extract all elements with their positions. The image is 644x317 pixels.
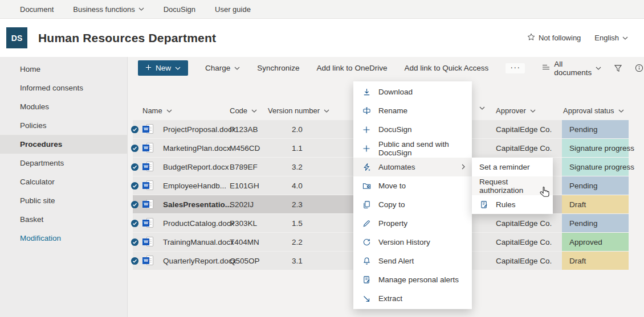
column-header-hidden[interactable] (475, 106, 485, 110)
more-commands-button[interactable]: ··· (506, 63, 525, 73)
file-code: B789EF (230, 158, 258, 176)
menu-item-move-to[interactable]: Move to (353, 176, 472, 195)
file-code: E101GH (230, 176, 259, 195)
rename-icon (362, 106, 371, 116)
bell-icon (362, 257, 371, 266)
submenu-item-request-authorization[interactable]: Request authorization (472, 176, 553, 195)
file-code: Q505OP (230, 252, 260, 270)
follow-button[interactable]: Not following (527, 33, 581, 43)
filter-icon[interactable] (614, 64, 622, 72)
approval-status-badge: Approved (562, 233, 629, 251)
view-selector[interactable]: All documents (542, 60, 601, 77)
menu-item-automates[interactable]: Automates (353, 158, 472, 176)
submenu-item-set-reminder[interactable]: Set a reminder (472, 158, 553, 176)
column-header-version-number[interactable]: Version number (268, 106, 329, 115)
file-code: M456CD (230, 139, 260, 157)
plus-icon (362, 125, 371, 134)
file-version: 4.0 (292, 176, 303, 195)
menu-item-copy-to[interactable]: Copy to (353, 195, 472, 214)
chevron-down-icon (596, 67, 601, 70)
menu-item-download[interactable]: Download (353, 83, 472, 101)
file-approver: CapitalEdge Co. (496, 252, 552, 270)
column-header-name[interactable]: Name (142, 106, 172, 115)
file-name: ProjectProposal.docx (163, 120, 236, 138)
menu-item-property[interactable]: Property (353, 214, 472, 233)
sidebar-item-policies[interactable]: Policies (0, 116, 127, 135)
file-version: 1.5 (292, 214, 303, 232)
word-file-icon: W (142, 176, 155, 195)
approval-status-badge: Signature progress (562, 158, 629, 176)
word-file-icon: W (142, 139, 155, 157)
approval-status-badge: Draft (562, 195, 629, 213)
approval-status-badge: Pending (562, 214, 629, 232)
sidebar-item-public-site[interactable]: Public site (0, 191, 127, 210)
copy-icon (362, 200, 371, 209)
selected-check-icon (131, 233, 142, 251)
file-code: P303KL (230, 214, 257, 232)
menu-item-extract[interactable]: Extract (353, 289, 472, 308)
sidebar-item-procedures[interactable]: Procedures (0, 135, 127, 154)
synchronize-button[interactable]: Synchronize (257, 64, 299, 72)
menu-item-manage-personal-alerts[interactable]: Manage personal alerts (353, 270, 472, 289)
main-content: New Charge Synchronize Add link to OneDr… (128, 57, 644, 317)
menu-item-public-send-docusign[interactable]: Public and send with DocuSign (353, 139, 472, 158)
file-version: 3.2 (292, 158, 303, 176)
submenu-arrow-icon (462, 163, 465, 171)
sidebar-item-basket[interactable]: Basket (0, 210, 127, 229)
file-approver: CapitalEdge Co. (496, 233, 552, 251)
manage-alerts-icon (362, 275, 371, 285)
sidebar-item-modification[interactable]: Modification (0, 229, 127, 248)
site-logo[interactable]: DS (6, 27, 27, 48)
site-header: DS Human Resources Department Not follow… (0, 19, 644, 57)
history-icon (362, 238, 371, 247)
menu-item-rename[interactable]: Rename (353, 101, 472, 120)
file-approver: CapitalEdge Co. (496, 120, 552, 138)
plus-icon (362, 144, 371, 153)
new-button[interactable]: New (138, 60, 188, 76)
file-approver: CapitalEdge Co. (496, 214, 552, 232)
add-link-onedrive-button[interactable]: Add link to OneDrive (317, 64, 388, 72)
nav-item-business-functions[interactable]: Business functions (73, 5, 144, 14)
sidebar-item-modules[interactable]: Modules (0, 97, 127, 116)
nav-item-docusign[interactable]: DocuSign (164, 5, 195, 14)
submenu-item-rules[interactable]: Rules (472, 195, 553, 214)
file-version: 2.3 (292, 195, 303, 213)
language-selector[interactable]: English (594, 34, 628, 42)
nav-item-document[interactable]: Document (20, 5, 54, 14)
star-icon (527, 33, 535, 43)
sidebar-item-calculator[interactable]: Calculator (0, 172, 127, 191)
column-header-approver[interactable]: Approver (496, 106, 536, 115)
word-file-icon: W (142, 158, 155, 176)
chevron-down-icon (175, 67, 181, 70)
sidebar: Home Informed consents Modules Policies … (0, 57, 128, 317)
file-version: 3.1 (292, 252, 303, 270)
file-version: 2.0 (292, 120, 303, 138)
approval-status-badge: Pending (562, 120, 629, 138)
sidebar-item-informed-consents[interactable]: Informed consents (0, 79, 127, 97)
column-header-code[interactable]: Code (230, 106, 257, 115)
column-header-approval-status[interactable]: Approval status (563, 106, 624, 115)
info-icon[interactable] (635, 64, 643, 72)
chevron-down-icon (234, 67, 240, 70)
rules-icon (479, 200, 488, 209)
context-menu: Download Rename DocuSign Public and send… (353, 81, 472, 309)
menu-item-docusign[interactable]: DocuSign (353, 120, 472, 139)
menu-item-send-alert[interactable]: Send Alert (353, 252, 472, 270)
add-link-quick-access-button[interactable]: Add link to Quick Access (404, 64, 488, 72)
top-navigation: Document Business functions DocuSign Use… (0, 0, 644, 19)
download-icon (362, 88, 371, 97)
sidebar-item-home[interactable]: Home (0, 60, 127, 79)
automates-submenu: Set a reminder Request authorization Rul… (472, 158, 553, 214)
file-name: BudgetReport.docx (163, 158, 229, 176)
menu-item-version-history[interactable]: Version History (353, 233, 472, 252)
file-name: EmployeeHandb... (163, 176, 226, 195)
move-folder-icon (362, 182, 371, 191)
sidebar-item-departments[interactable]: Departments (0, 154, 127, 172)
file-version: 2.2 (292, 233, 303, 251)
view-list-icon (542, 64, 550, 72)
nav-item-user-guide[interactable]: User guide (215, 5, 251, 14)
word-file-icon: W (142, 252, 155, 270)
charge-button[interactable]: Charge (205, 64, 240, 72)
selected-check-icon (131, 252, 142, 270)
file-name: ProductCatalog.docx (163, 214, 234, 232)
